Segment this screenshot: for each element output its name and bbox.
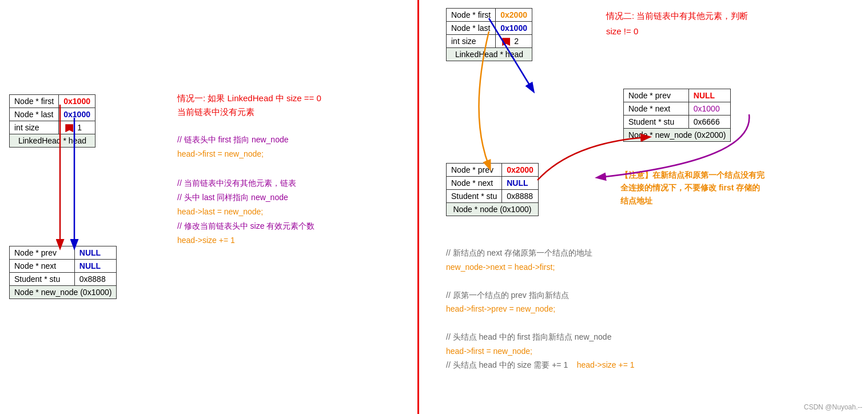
- field-cell: Node * next: [624, 102, 689, 116]
- table-row: int size 2: [447, 35, 532, 48]
- right-new-node-table: Node * prev NULL Node * next 0x1000 Stud…: [623, 89, 731, 142]
- code-line-3: head->size += 1: [177, 233, 321, 248]
- footer-cell: LinkedHead * head: [447, 48, 532, 61]
- value-cell: 1: [59, 121, 95, 134]
- situation1-text: 情况一: 如果 LinkedHead 中 size == 0 当前链表中没有元素…: [177, 91, 321, 248]
- last-value: 0x1000: [500, 23, 527, 33]
- situation2-subtitle: size != 0: [606, 23, 748, 39]
- field-cell: int size: [447, 35, 496, 48]
- code-comments: // 链表头中 first 指向 new_node head->first = …: [177, 133, 321, 248]
- rc-line-1: new_node->next = head->first;: [446, 260, 635, 274]
- field-cell: Student * stu: [10, 273, 75, 286]
- first-value: 0x2000: [500, 10, 527, 19]
- last-value: 0x1000: [63, 110, 90, 119]
- code-line-1: head->first = new_node;: [177, 147, 321, 161]
- prev-value: NULL: [694, 91, 715, 100]
- value-cell: NULL: [74, 260, 117, 273]
- table-row: Node * first 0x1000: [10, 95, 95, 108]
- field-cell: Node * prev: [10, 246, 75, 260]
- table-row: int size 1: [10, 121, 95, 134]
- rc-comment-4: // 头结点 head 中的 size 需要 += 1 head->size +…: [446, 358, 635, 372]
- table-row: Node * prev NULL: [10, 246, 117, 260]
- prev-value: NULL: [79, 248, 101, 257]
- rc-line-3: head->first = new_node;: [446, 344, 635, 359]
- table-row: Node * prev NULL: [624, 89, 731, 102]
- table-row: Node * next NULL: [10, 260, 117, 273]
- value-cell: NULL: [688, 89, 731, 102]
- field-cell: Node * first: [447, 9, 496, 22]
- table-footer-row: LinkedHead * head: [447, 48, 532, 61]
- table-row: Node * first 0x2000: [447, 9, 532, 22]
- rc-comment-2: // 原第一个结点的 prev 指向新结点: [446, 288, 635, 302]
- next-value: NULL: [79, 261, 101, 270]
- table-row: Node * last 0x1000: [10, 108, 95, 121]
- page-container: Node * first 0x1000 Node * last 0x1000 i…: [0, 0, 868, 414]
- field-cell: Node * prev: [624, 89, 689, 102]
- bookmark-icon: [65, 124, 73, 132]
- table-row: Node * next NULL: [447, 177, 539, 190]
- note-box: 【注意】在新结点和原第一个结点没有完 全连接的情况下，不要修改 first 存储…: [620, 169, 765, 207]
- value-cell: 0x2000: [496, 9, 532, 22]
- field-cell: Node * first: [10, 95, 59, 108]
- value-cell: 0x6666: [688, 116, 731, 129]
- field-cell: int size: [10, 121, 59, 134]
- situation2-text: 情况二: 当前链表中有其他元素，判断 size != 0: [606, 8, 748, 39]
- value-cell: 2: [496, 35, 532, 48]
- field-cell: Student * stu: [447, 190, 502, 203]
- value-cell: 0x1000: [496, 22, 532, 35]
- table-footer-row: Node * node (0x1000): [447, 203, 539, 216]
- value-cell: 0x8888: [74, 273, 117, 286]
- field-cell: Node * next: [447, 177, 502, 190]
- code-comment-3: // 头中 last 同样指向 new_node: [177, 190, 321, 205]
- right-head-table: Node * first 0x2000 Node * last 0x1000 i…: [446, 8, 532, 61]
- footer-cell: Node * new_node (0x2000): [624, 129, 731, 142]
- rc-comment-1: // 新结点的 next 存储原第一个结点的地址: [446, 246, 635, 260]
- value-cell: 0x1000: [59, 108, 95, 121]
- rc-line-2: head->first->prev = new_node;: [446, 302, 635, 316]
- table-footer-row: LinkedHead * head: [10, 134, 95, 148]
- left-new-node-table: Node * prev NULL Node * next NULL Studen…: [9, 246, 117, 299]
- value-cell: NULL: [502, 177, 539, 190]
- field-cell: Node * next: [10, 260, 75, 273]
- table-row: Node * prev 0x2000: [447, 164, 539, 177]
- footer-cell: LinkedHead * head: [10, 134, 95, 148]
- code-comment-4: // 修改当前链表头中 size 有效元素个数: [177, 219, 321, 233]
- table-row: Node * last 0x1000: [447, 22, 532, 35]
- prev-value: 0x2000: [507, 165, 533, 174]
- table-footer-row: Node * new_node (0x1000): [10, 286, 117, 299]
- code-comment-2: // 当前链表中没有其他元素，链表: [177, 176, 321, 190]
- table-row: Student * stu 0x8888: [447, 190, 539, 203]
- first-value: 0x1000: [63, 97, 90, 106]
- table-footer-row: Node * new_node (0x2000): [624, 129, 731, 142]
- value-cell: 0x1000: [59, 95, 95, 108]
- value-cell: 0x1000: [688, 102, 731, 116]
- field-cell: Node * last: [447, 22, 496, 35]
- next-value: NULL: [507, 178, 528, 188]
- table-row: Student * stu 0x8888: [10, 273, 117, 286]
- right-code-comments: // 新结点的 next 存储原第一个结点的地址 new_node->next …: [446, 246, 635, 372]
- code-line-2: head->last = new_node;: [177, 205, 321, 219]
- situation2-title: 情况二: 当前链表中有其他元素，判断: [606, 8, 748, 23]
- footer-cell: Node * node (0x1000): [447, 203, 539, 216]
- right-node-table: Node * prev 0x2000 Node * next NULL Stud…: [446, 163, 539, 216]
- situation1-title: 情况一: 如果 LinkedHead 中 size == 0: [177, 91, 321, 105]
- footer-cell: Node * new_node (0x1000): [10, 286, 117, 299]
- value-cell: 0x8888: [502, 190, 539, 203]
- field-cell: Node * prev: [447, 164, 502, 177]
- value-cell: NULL: [74, 246, 117, 260]
- field-cell: Node * last: [10, 108, 59, 121]
- rc-comment-3: // 头结点 head 中的 first 指向新结点 new_node: [446, 330, 635, 344]
- bookmark-icon: [502, 38, 510, 46]
- left-head-table: Node * first 0x1000 Node * last 0x1000 i…: [9, 94, 95, 148]
- watermark: CSDN @Nuyoah.--: [804, 403, 862, 411]
- divider: [417, 0, 419, 414]
- field-cell: Student * stu: [624, 116, 689, 129]
- next-value: 0x1000: [694, 104, 720, 113]
- code-comment-1: // 链表头中 first 指向 new_node: [177, 133, 321, 147]
- situation1-subtitle: 当前链表中没有元素: [177, 105, 321, 119]
- table-row: Student * stu 0x6666: [624, 116, 731, 129]
- table-row: Node * next 0x1000: [624, 102, 731, 116]
- value-cell: 0x2000: [502, 164, 539, 177]
